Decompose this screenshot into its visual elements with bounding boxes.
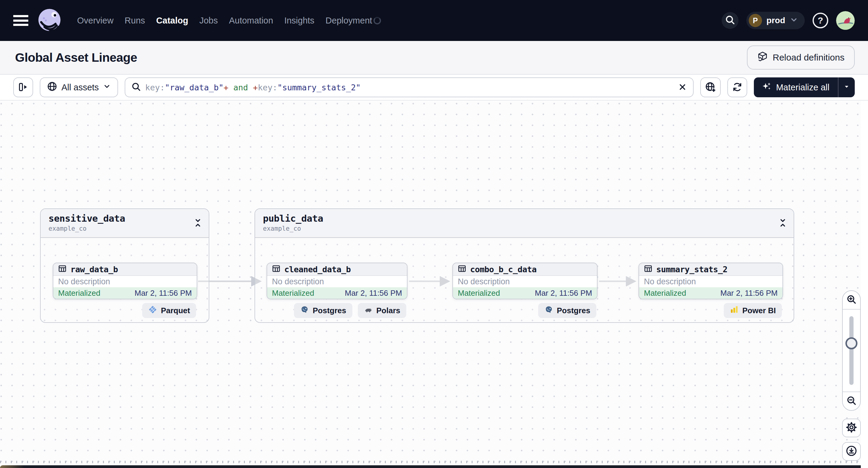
- group-header: sensitive_dataexample_co: [41, 209, 209, 238]
- asset-tag-label: Postgres: [557, 306, 590, 315]
- search-query-token: +: [253, 83, 258, 92]
- scope-chevron-icon: [103, 83, 111, 92]
- asset-tag[interactable]: Polars: [358, 303, 407, 318]
- panel-toggle-icon: [18, 82, 28, 93]
- environment-label: prod: [767, 15, 785, 25]
- asset-tag[interactable]: Parquet: [142, 303, 196, 318]
- asset-tag[interactable]: Postgres: [294, 303, 352, 318]
- asset-node[interactable]: combo_b_c_dataNo descriptionMaterialized…: [453, 262, 597, 299]
- search-query-token: +: [223, 83, 228, 92]
- asset-tags-row: Power BI: [639, 303, 783, 318]
- materialize-menu-button[interactable]: [838, 77, 855, 97]
- asset-description: No description: [267, 276, 407, 287]
- nav-item-runs[interactable]: Runs: [125, 15, 145, 26]
- user-avatar[interactable]: [836, 11, 855, 30]
- asset-tag[interactable]: Postgres: [538, 303, 596, 318]
- collapse-icon: [194, 223, 202, 228]
- asset-tag[interactable]: Power BI: [724, 303, 782, 318]
- top-navigation-bar: OverviewRunsCatalogJobsAutomationInsight…: [0, 0, 868, 41]
- asset-scope-dropdown[interactable]: All assets: [40, 77, 118, 97]
- search-query-token: key:: [145, 83, 165, 92]
- external-assets-button[interactable]: [700, 77, 721, 97]
- clear-search-button[interactable]: [678, 83, 687, 92]
- nav-item-automation[interactable]: Automation: [229, 15, 273, 26]
- asset-description: No description: [639, 276, 782, 287]
- refresh-icon: [732, 82, 742, 93]
- search-query-token: key:: [258, 83, 277, 92]
- download-icon: [846, 445, 857, 458]
- dagster-logo: [37, 7, 63, 34]
- search-query: key:"raw_data_b"+ and +key:"summary_stat…: [145, 83, 361, 92]
- nav-item-jobs[interactable]: Jobs: [199, 15, 218, 26]
- asset-tag-label: Polars: [376, 306, 401, 315]
- asset-name: raw_data_b: [70, 265, 118, 274]
- materialize-all-label: Materialize all: [776, 83, 830, 92]
- status-timestamp: Mar 2, 11:56 PM: [535, 288, 592, 298]
- group-title: sensitive_data: [49, 213, 201, 224]
- help-button[interactable]: ?: [813, 13, 828, 28]
- help-icon: ?: [818, 15, 823, 26]
- collapse-group-button[interactable]: [194, 219, 202, 228]
- lineage-toolbar: All assets key:"raw_data_b"+ and +key:"s…: [0, 75, 868, 101]
- collapse-icon: [779, 223, 787, 228]
- asset-tag-label: Postgres: [313, 306, 346, 315]
- caret-down-icon: [843, 83, 850, 92]
- asset-search-input[interactable]: key:"raw_data_b"+ and +key:"summary_stat…: [125, 77, 693, 97]
- refresh-button[interactable]: [727, 77, 747, 97]
- status-timestamp: Mar 2, 11:56 PM: [135, 288, 192, 298]
- page-header: Global Asset Lineage Reload definitions: [0, 41, 868, 75]
- nav-item-deployment[interactable]: Deployment: [326, 15, 372, 26]
- search-button[interactable]: [722, 12, 739, 29]
- table-icon: [58, 264, 67, 274]
- nav-item-catalog[interactable]: Catalog: [156, 15, 188, 26]
- status-timestamp: Mar 2, 11:56 PM: [345, 288, 402, 298]
- status-badge: Materialized: [272, 288, 314, 298]
- zoom-slider-handle[interactable]: [845, 337, 858, 349]
- globe-icon: [47, 81, 57, 94]
- asset-status-row: MaterializedMar 2, 11:56 PM: [53, 287, 197, 299]
- zoom-slider[interactable]: [843, 310, 860, 392]
- zoom-in-icon: [846, 294, 857, 306]
- download-image-button[interactable]: [842, 442, 861, 461]
- asset-tags-row: PostgresPolars: [267, 303, 407, 318]
- asset-status-row: MaterializedMar 2, 11:56 PM: [639, 287, 782, 299]
- asset-node[interactable]: cleaned_data_bNo descriptionMaterialized…: [267, 262, 407, 299]
- hamburger-menu-button[interactable]: [13, 15, 28, 26]
- page-title: Global Asset Lineage: [15, 51, 137, 65]
- group-location: example_co: [263, 225, 786, 232]
- asset-name: summary_stats_2: [656, 265, 727, 274]
- status-badge: Materialized: [58, 288, 100, 298]
- collapse-group-button[interactable]: [779, 219, 787, 228]
- lineage-canvas[interactable]: sensitive_dataexample_coraw_data_bNo des…: [0, 101, 868, 468]
- graph-settings-button[interactable]: [842, 418, 861, 437]
- asset-node[interactable]: summary_stats_2No descriptionMaterialize…: [639, 262, 783, 299]
- zoom-out-button[interactable]: [843, 392, 860, 410]
- right-gutter: [861, 101, 868, 468]
- status-timestamp: Mar 2, 11:56 PM: [720, 288, 778, 298]
- reload-definitions-button[interactable]: Reload definitions: [747, 45, 855, 69]
- asset-name: cleaned_data_b: [284, 265, 351, 274]
- zoom-in-button[interactable]: [843, 291, 860, 310]
- nav-item-insights[interactable]: Insights: [284, 15, 314, 26]
- status-badge: Materialized: [458, 288, 500, 298]
- reload-definitions-label: Reload definitions: [773, 53, 845, 63]
- asset-node[interactable]: raw_data_bNo descriptionMaterializedMar …: [53, 262, 197, 299]
- group-title: public_data: [263, 213, 786, 224]
- environment-switcher[interactable]: P prod: [746, 12, 805, 29]
- bottom-ruler: [0, 461, 860, 463]
- scope-label: All assets: [61, 83, 99, 92]
- nav-items: OverviewRunsCatalogJobsAutomationInsight…: [77, 15, 372, 26]
- toggle-sidebar-button[interactable]: [13, 77, 33, 97]
- topbar-right-cluster: P prod ?: [722, 11, 855, 30]
- gear-icon: [846, 422, 857, 434]
- status-badge: Materialized: [644, 288, 686, 298]
- asset-node-header: combo_b_c_data: [453, 263, 597, 276]
- nav-item-overview[interactable]: Overview: [77, 15, 114, 26]
- zoom-out-icon: [846, 396, 857, 407]
- zoom-slider-track[interactable]: [849, 316, 854, 385]
- powerbi-icon: [730, 305, 739, 316]
- materialize-all-button[interactable]: Materialize all: [754, 77, 855, 97]
- asset-status-row: MaterializedMar 2, 11:56 PM: [453, 287, 597, 299]
- materialize-all-main[interactable]: Materialize all: [754, 77, 838, 97]
- table-icon: [644, 264, 652, 274]
